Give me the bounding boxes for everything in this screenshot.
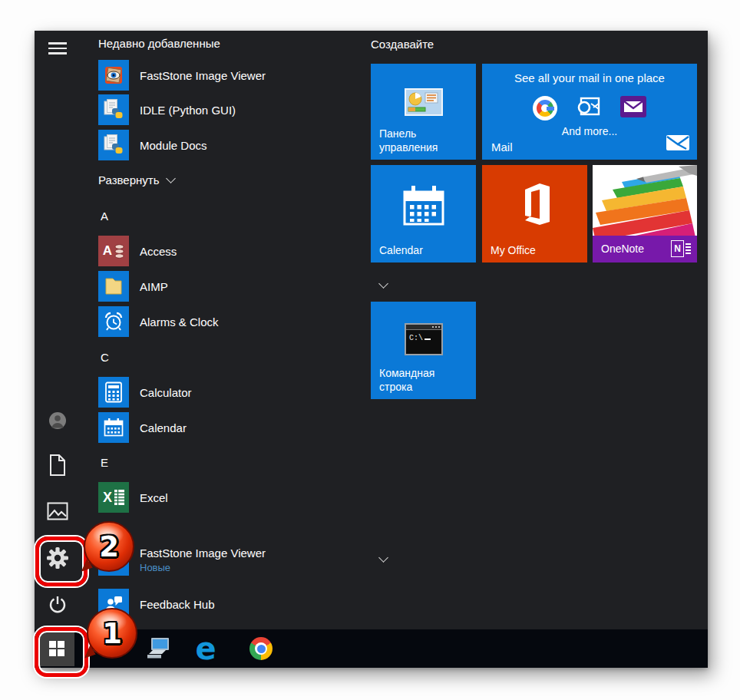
app-label: Calculator <box>140 386 192 399</box>
app-label: Feedback Hub <box>140 598 215 611</box>
annotation-ring-settings <box>35 537 88 586</box>
control-panel-icon <box>405 88 443 116</box>
tile-label: Calendar <box>379 243 423 257</box>
tile-label: Панель управления <box>379 127 467 154</box>
section-letter-a[interactable]: A <box>101 210 108 223</box>
app-label: IDLE (Python GUI) <box>140 104 236 117</box>
app-row-faststone-group[interactable]: FastStone Image Viewer Новые <box>98 545 391 576</box>
alarm-clock-icon <box>98 306 129 337</box>
calculator-icon <box>98 377 129 408</box>
app-row-excel[interactable]: X Excel <box>98 482 391 513</box>
onenote-logo-badge: N <box>671 241 691 256</box>
python-docs-icon <box>98 94 129 125</box>
pictures-button[interactable] <box>45 498 71 524</box>
user-button[interactable] <box>45 408 71 434</box>
chrome-button[interactable] <box>248 636 274 662</box>
edge-icon: e <box>195 636 216 662</box>
app-label: FastStone Image Viewer <box>140 69 266 82</box>
app-label: Module Docs <box>140 139 207 152</box>
annotation-balloon-1: 1 <box>87 608 137 659</box>
calendar-icon <box>402 185 445 226</box>
mail-and-more: And more... <box>482 125 697 137</box>
new-items-label: Новые <box>140 562 266 574</box>
app-row-faststone-recent[interactable]: FastStone Image Viewer <box>98 60 391 91</box>
power-icon <box>48 595 67 615</box>
tile-mail[interactable]: See all your mail in one place And more.… <box>482 64 697 160</box>
tile-control-panel[interactable]: Панель управления <box>371 64 476 160</box>
edge-button[interactable]: e <box>193 636 219 662</box>
app-row-alarms[interactable]: Alarms & Clock <box>98 306 391 337</box>
office-icon <box>514 182 556 226</box>
tile-label: OneNote <box>601 242 644 256</box>
this-pc-icon <box>144 636 170 661</box>
access-icon: A <box>98 236 129 266</box>
hamburger-menu-button[interactable] <box>45 35 71 61</box>
tile-my-office[interactable]: My Office <box>482 165 587 262</box>
app-row-feedback-hub[interactable]: Feedback Hub <box>98 589 391 619</box>
app-row-calculator[interactable]: Calculator <box>98 377 391 408</box>
chrome-icon <box>249 637 273 660</box>
folder-icon <box>98 271 129 302</box>
expand-toggle[interactable]: Развернуть <box>98 173 174 187</box>
tile-command-prompt[interactable]: C:\ Командная строка <box>371 302 476 399</box>
app-row-access[interactable]: A Access <box>98 236 391 266</box>
start-menu-panel: Недавно добавленные FastStone Image View… <box>35 31 708 668</box>
calendar-icon <box>98 412 129 443</box>
python-docs-icon <box>98 130 129 160</box>
app-row-idle[interactable]: IDLE (Python GUI) <box>98 94 391 125</box>
mail-headline: See all your mail in one place <box>482 71 697 84</box>
tile-label: My Office <box>491 243 536 257</box>
app-row-aimp[interactable]: AIMP <box>98 271 391 302</box>
power-button[interactable] <box>45 592 71 618</box>
annotation-balloon-2: 2 <box>84 521 134 572</box>
onenote-band: OneNote N <box>593 236 697 262</box>
purple-mail-icon <box>620 96 646 121</box>
section-letter-c[interactable]: C <box>101 351 109 364</box>
pictures-icon <box>47 502 68 520</box>
excel-icon: X <box>98 482 129 513</box>
chevron-down-icon[interactable] <box>378 553 388 563</box>
app-label: Access <box>140 245 177 258</box>
recent-header: Недавно добавленные <box>98 37 220 50</box>
annotation-ring-start <box>35 627 88 677</box>
command-prompt-icon: C:\ <box>405 323 443 355</box>
google-icon <box>533 96 557 121</box>
app-label: Excel <box>140 491 168 504</box>
app-row-module-docs[interactable]: Module Docs <box>98 130 391 160</box>
chevron-down-icon <box>166 173 176 183</box>
faststone-icon <box>98 60 129 91</box>
app-label: Alarms & Clock <box>140 315 219 329</box>
document-icon <box>48 454 67 477</box>
documents-button[interactable] <box>45 452 71 478</box>
app-label: AIMP <box>140 280 168 293</box>
app-label: FastStone Image Viewer <box>140 546 266 561</box>
outlook-icon <box>574 94 603 122</box>
tile-group-header: Создавайте <box>371 38 434 51</box>
tile-label: Командная строка <box>379 366 467 394</box>
file-explorer-button[interactable] <box>144 636 170 662</box>
tile-onenote[interactable]: OneNote N <box>593 165 697 262</box>
user-avatar-icon <box>48 411 67 430</box>
section-letter-e[interactable]: E <box>101 456 108 469</box>
tile-calendar[interactable]: Calendar <box>371 165 476 262</box>
tile-label: Mail <box>491 140 513 154</box>
app-label: Calendar <box>140 421 187 434</box>
mail-envelope-icon <box>666 135 689 154</box>
hamburger-icon <box>48 42 67 54</box>
expand-label: Развернуть <box>98 173 160 187</box>
chevron-down-icon[interactable] <box>378 279 388 289</box>
app-row-calendar[interactable]: Calendar <box>98 412 391 443</box>
